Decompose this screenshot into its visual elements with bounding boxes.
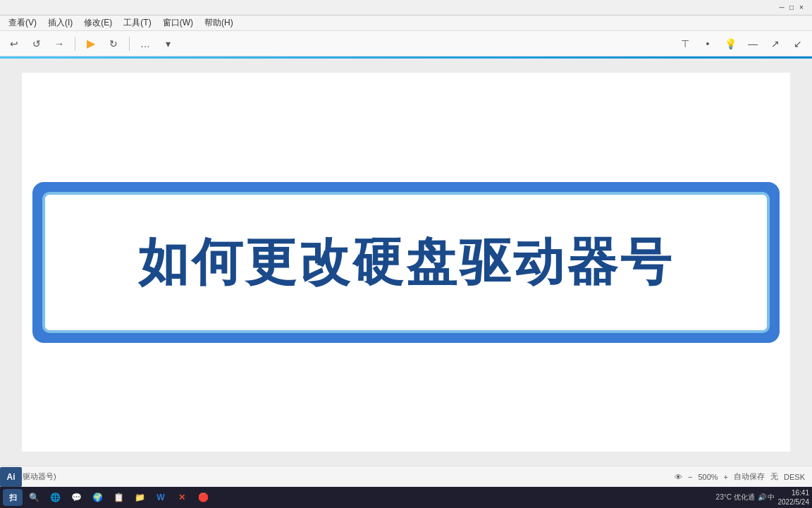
menu-window[interactable]: 窗口(W): [157, 16, 199, 30]
zoom-plus[interactable]: +: [724, 473, 728, 481]
desk-label: DESK: [784, 473, 805, 481]
title-bar: ─ □ ×: [0, 0, 812, 16]
menu-view[interactable]: 查看(V): [3, 16, 42, 30]
maximize-button[interactable]: □: [787, 3, 796, 13]
system-info: 23°C 优化通: [716, 492, 755, 502]
slide-page: 如何更改硬盘驱动器号: [22, 73, 790, 452]
taskbar-app-x[interactable]: ✕: [172, 489, 192, 506]
close-button[interactable]: ×: [796, 3, 806, 13]
taskbar-app-chat[interactable]: 💬: [66, 489, 86, 506]
taskbar-app-browser[interactable]: 🌐: [45, 489, 65, 506]
taskbar-app-folder-alt[interactable]: 📋: [109, 489, 128, 506]
zoom-minus[interactable]: −: [688, 473, 692, 481]
menu-insert[interactable]: 插入(I): [42, 16, 78, 30]
shrink-button[interactable]: ↙: [788, 34, 808, 54]
content-area: 如何更改硬盘驱动器号: [0, 59, 812, 466]
title-box-inner: 如何更改硬盘驱动器号: [42, 192, 770, 333]
minus-button[interactable]: —: [743, 34, 763, 54]
minimize-button[interactable]: ─: [777, 3, 787, 13]
taskbar-time: 16:41 2022/5/24: [778, 488, 810, 507]
ai-label: Ai: [0, 467, 22, 487]
taskbar-app-files[interactable]: 📁: [130, 489, 149, 506]
toolbar: ↩ ↺ → ▶ ↻ … ▾ ⊤ • 💡 — ↗ ↙: [0, 31, 812, 56]
taskbar-app-earth[interactable]: 🌍: [87, 489, 107, 506]
title-box-outer: 如何更改硬盘驱动器号: [32, 182, 780, 343]
expand-button[interactable]: ↗: [765, 34, 785, 54]
play-button[interactable]: ▶: [81, 34, 101, 54]
back-button[interactable]: ↩: [4, 34, 24, 54]
auto-save: 自动保存: [734, 471, 765, 482]
slide-title: 如何更改硬盘驱动器号: [138, 229, 674, 296]
taskbar-app-scan[interactable]: 扫: [3, 489, 23, 506]
more-button[interactable]: …: [135, 34, 155, 54]
refresh-button[interactable]: ↻: [104, 34, 123, 54]
dropdown-button[interactable]: ▾: [158, 34, 178, 54]
light-icon[interactable]: 💡: [720, 34, 740, 54]
eye-icon: 👁: [675, 473, 682, 481]
menu-tools[interactable]: 工具(T): [118, 16, 156, 30]
taskbar-right: 23°C 优化通 🔊 中 16:41 2022/5/24: [716, 488, 809, 507]
taskbar-app-word[interactable]: W: [151, 489, 171, 506]
menu-edit[interactable]: 修改(E): [78, 16, 118, 30]
align-button[interactable]: ⊤: [675, 34, 695, 54]
zoom-level: 500%: [698, 473, 718, 481]
forward-button[interactable]: ↺: [27, 34, 47, 54]
dot-button[interactable]: •: [698, 34, 718, 54]
status-bar: 硬盘驱动器号) 👁 − 500% + 自动保存 无 DESK: [0, 466, 812, 487]
taskbar-app-search[interactable]: 🔍: [24, 489, 44, 506]
arrow-button[interactable]: →: [49, 34, 69, 54]
menu-bar: 查看(V) 插入(I) 修改(E) 工具(T) 窗口(W) 帮助(H): [0, 16, 812, 31]
page-info: 无: [770, 471, 778, 482]
toolbar-divider-2: [129, 37, 130, 51]
toolbar-divider-1: [75, 37, 75, 51]
taskbar-icons: 🔊 中: [758, 492, 775, 502]
taskbar: 扫 🔍 🌐 💬 🌍 📋 📁 W ✕ 🛑 23°C 优化通 🔊 中 16:41 2…: [0, 487, 812, 508]
menu-help[interactable]: 帮助(H): [199, 16, 239, 30]
status-right: 👁 − 500% + 自动保存 无 DESK: [675, 471, 805, 482]
toolbar-right: ⊤ • 💡 — ↗ ↙: [675, 34, 808, 54]
taskbar-app-stop[interactable]: 🛑: [193, 489, 213, 506]
